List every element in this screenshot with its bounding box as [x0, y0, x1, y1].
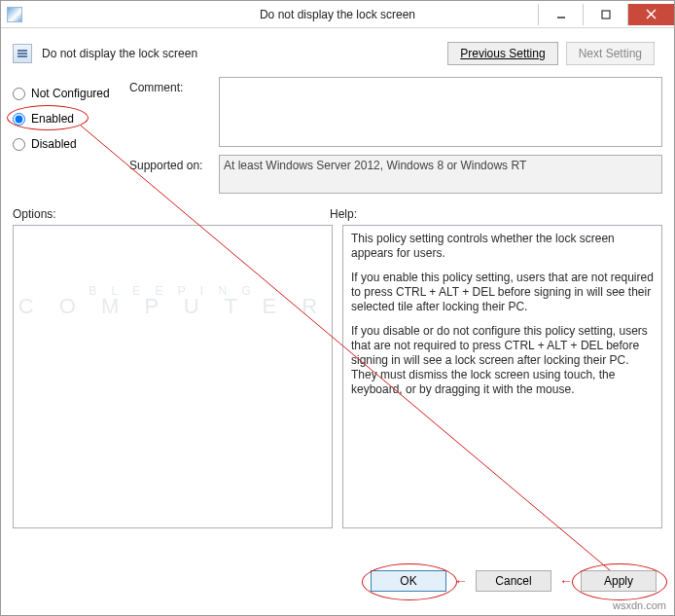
- radio-disabled-label: Disabled: [31, 137, 77, 151]
- annotation-arrow-icon: ←: [559, 573, 573, 589]
- ok-button[interactable]: OK: [371, 570, 446, 592]
- supported-on-label: Supported on:: [129, 155, 219, 194]
- supported-on-box: [219, 155, 662, 194]
- help-paragraph-2: If you enable this policy setting, users…: [351, 271, 654, 314]
- next-setting-button: Next Setting: [566, 42, 655, 65]
- annotation-arrow-icon: ←: [454, 573, 468, 589]
- watermark-line-2: C O M P U T E R: [14, 299, 332, 313]
- minimize-icon: [556, 10, 566, 19]
- panels-row: B L E E P I N G C O M P U T E R This pol…: [1, 225, 674, 528]
- window-titlebar: Do not display the lock screen: [1, 1, 674, 28]
- radio-not-configured[interactable]: Not Configured: [13, 81, 129, 106]
- watermark-line-1: B L E E P I N G: [14, 284, 332, 299]
- maximize-button[interactable]: [583, 4, 627, 25]
- options-panel: B L E E P I N G C O M P U T E R: [13, 225, 333, 528]
- minimize-button[interactable]: [538, 4, 583, 25]
- previous-setting-button[interactable]: Previous Setting: [447, 42, 557, 65]
- dialog-footer: OK ← Cancel ← Apply: [371, 570, 657, 592]
- radio-not-configured-input[interactable]: [13, 88, 25, 100]
- settings-area: Not Configured Enabled Disabled Comment:…: [1, 73, 674, 194]
- options-label: Options:: [13, 207, 330, 221]
- close-icon: [646, 9, 657, 19]
- maximize-icon: [601, 10, 611, 19]
- apply-button[interactable]: Apply: [581, 570, 657, 592]
- watermark: B L E E P I N G C O M P U T E R: [14, 284, 332, 313]
- window-controls: [538, 4, 674, 25]
- app-icon: [7, 7, 22, 22]
- help-label: Help:: [330, 207, 357, 221]
- help-paragraph-3: If you disable or do not configure this …: [351, 324, 654, 397]
- radio-disabled-input[interactable]: [13, 138, 25, 151]
- comment-textarea[interactable]: [219, 77, 662, 147]
- panel-labels: Options: Help:: [1, 194, 674, 225]
- comment-label: Comment:: [129, 77, 219, 147]
- radio-enabled-label: Enabled: [31, 112, 74, 126]
- svg-rect-1: [602, 11, 610, 18]
- policy-icon: [13, 44, 32, 63]
- cancel-button[interactable]: Cancel: [476, 570, 551, 592]
- radio-enabled-input[interactable]: [13, 113, 25, 126]
- close-button[interactable]: [627, 4, 674, 25]
- policy-header: Do not display the lock screen Previous …: [1, 28, 674, 73]
- policy-name-label: Do not display the lock screen: [42, 47, 197, 60]
- radio-disabled[interactable]: Disabled: [13, 131, 129, 157]
- help-paragraph-1: This policy setting controls whether the…: [351, 232, 654, 261]
- source-watermark: wsxdn.com: [613, 599, 666, 611]
- help-panel: This policy setting controls whether the…: [342, 225, 662, 528]
- state-radio-group: Not Configured Enabled Disabled: [13, 77, 129, 194]
- radio-enabled[interactable]: Enabled: [13, 106, 129, 131]
- radio-not-configured-label: Not Configured: [31, 87, 110, 100]
